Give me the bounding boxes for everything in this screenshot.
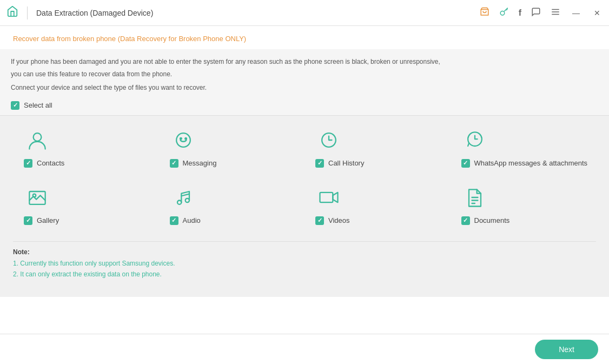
gallery-label: Gallery bbox=[37, 216, 59, 224]
select-all-checkbox[interactable] bbox=[11, 101, 19, 110]
videos-icon bbox=[315, 184, 342, 211]
recover-link-text[interactable]: (Data Recovery for Broken Phone ONLY) bbox=[118, 35, 246, 43]
info-line-1: If your phone has been damaged and you a… bbox=[11, 57, 598, 67]
call-history-checkbox[interactable] bbox=[315, 159, 324, 168]
key-icon[interactable] bbox=[499, 7, 509, 19]
next-button[interactable]: Next bbox=[535, 340, 598, 359]
facebook-icon[interactable]: f bbox=[519, 8, 521, 18]
item-call-history: Call History bbox=[304, 127, 451, 168]
svg-line-15 bbox=[181, 194, 189, 196]
title-bar-icons: f — ✕ bbox=[480, 7, 603, 19]
audio-icon bbox=[170, 184, 197, 211]
info-line-2: you can use this feature to recover data… bbox=[11, 69, 598, 80]
whatsapp-icon bbox=[461, 127, 488, 154]
whatsapp-label: WhatsApp messages & attachments bbox=[474, 159, 588, 167]
note-2-it: It bbox=[20, 270, 24, 278]
app-window: Data Extraction (Damaged Device) bbox=[0, 0, 609, 364]
home-icon[interactable] bbox=[6, 5, 18, 20]
items-grid-area: Contacts Messaging bbox=[0, 116, 609, 297]
app-title: Data Extraction (Damaged Device) bbox=[36, 9, 480, 17]
call-history-checkbox-row: Call History bbox=[315, 159, 364, 168]
items-row-1: Contacts Messaging bbox=[13, 127, 596, 168]
title-bar: Data Extraction (Damaged Device) bbox=[0, 0, 609, 26]
svg-marker-17 bbox=[333, 192, 337, 202]
gallery-checkbox-row: Gallery bbox=[24, 216, 59, 225]
gallery-icon bbox=[24, 184, 51, 211]
audio-checkbox-row: Audio bbox=[170, 216, 201, 225]
svg-point-7 bbox=[180, 137, 182, 139]
whatsapp-checkbox-row: WhatsApp messages & attachments bbox=[461, 159, 588, 168]
call-history-icon bbox=[315, 127, 342, 154]
messaging-checkbox-row: Messaging bbox=[170, 159, 217, 168]
item-contacts: Contacts bbox=[13, 127, 159, 168]
messaging-label: Messaging bbox=[183, 159, 217, 167]
info-box: If your phone has been damaged and you a… bbox=[0, 49, 609, 116]
svg-point-12 bbox=[33, 194, 36, 197]
svg-point-6 bbox=[176, 133, 190, 147]
items-row-2: Gallery Audio bbox=[13, 184, 596, 225]
main-content: Recover data from broken phone (Data Rec… bbox=[0, 26, 609, 334]
documents-checkbox[interactable] bbox=[461, 216, 470, 225]
recover-header: Recover data from broken phone (Data Rec… bbox=[13, 35, 596, 43]
menu-icon[interactable] bbox=[551, 7, 560, 19]
messaging-checkbox[interactable] bbox=[170, 159, 178, 168]
select-all-label: Select all bbox=[24, 101, 52, 109]
note-1-text: 1. Currently this function only support … bbox=[13, 260, 175, 267]
contacts-icon bbox=[24, 127, 51, 154]
whatsapp-checkbox[interactable] bbox=[461, 159, 470, 168]
note-2-rest: can only extract the existing data on th… bbox=[24, 270, 162, 278]
svg-point-1 bbox=[500, 11, 505, 15]
call-history-label: Call History bbox=[328, 159, 364, 167]
cart-icon[interactable] bbox=[480, 7, 489, 19]
item-audio: Audio bbox=[159, 184, 305, 225]
bottom-bar: Next bbox=[0, 334, 609, 364]
contacts-checkbox-row: Contacts bbox=[24, 159, 64, 168]
contacts-label: Contacts bbox=[37, 159, 64, 167]
recover-static-text: Recover data from broken phone bbox=[13, 35, 116, 43]
note-item-2: 2. It can only extract the existing data… bbox=[13, 269, 596, 280]
item-messaging: Messaging bbox=[159, 127, 305, 168]
note-title: Note: bbox=[13, 248, 596, 256]
audio-checkbox[interactable] bbox=[170, 216, 178, 225]
svg-rect-16 bbox=[320, 192, 333, 202]
note-section: Note: 1. Currently this function only su… bbox=[13, 241, 596, 287]
documents-checkbox-row: Documents bbox=[461, 216, 510, 225]
title-divider bbox=[27, 6, 28, 19]
minimize-button[interactable]: — bbox=[570, 9, 582, 17]
item-videos: Videos bbox=[304, 184, 451, 225]
select-all-row: Select all bbox=[0, 96, 609, 116]
svg-point-5 bbox=[34, 133, 42, 141]
videos-checkbox[interactable] bbox=[315, 216, 324, 225]
chat-icon[interactable] bbox=[531, 7, 541, 19]
note-item-1: 1. Currently this function only support … bbox=[13, 258, 596, 269]
gallery-checkbox[interactable] bbox=[24, 216, 32, 225]
item-whatsapp: WhatsApp messages & attachments bbox=[451, 127, 597, 168]
item-gallery: Gallery bbox=[13, 184, 159, 225]
close-button[interactable]: ✕ bbox=[592, 9, 603, 17]
contacts-checkbox[interactable] bbox=[24, 159, 32, 168]
svg-point-8 bbox=[185, 137, 187, 139]
videos-label: Videos bbox=[328, 216, 350, 224]
documents-label: Documents bbox=[474, 216, 510, 224]
note-2-prefix: 2. bbox=[13, 270, 20, 278]
item-documents: Documents bbox=[451, 184, 597, 225]
info-line-3: Connect your device and select the type … bbox=[11, 83, 598, 93]
videos-checkbox-row: Videos bbox=[315, 216, 350, 225]
messaging-icon bbox=[170, 127, 197, 154]
audio-label: Audio bbox=[183, 216, 201, 224]
documents-icon bbox=[461, 184, 488, 211]
